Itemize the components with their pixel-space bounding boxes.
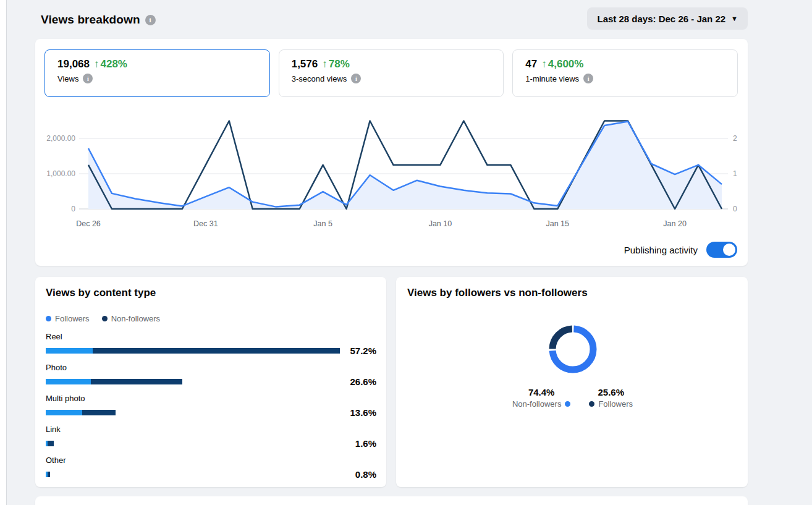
stat-card-views[interactable]: 19,068 ↑428% Views i xyxy=(44,49,270,97)
non-followers-dot-icon xyxy=(565,401,570,407)
followers-bar-segment xyxy=(46,379,91,384)
followers-dot-icon xyxy=(46,316,51,321)
legend-label: Non-followers xyxy=(111,314,160,323)
non-followers-dot-icon xyxy=(102,316,108,321)
date-range-label: Last 28 days: Dec 26 - Jan 22 xyxy=(597,14,725,24)
views-breakdown-card: 2,000.0021,000.00100Dec 26Dec 31Jan 5Jan… xyxy=(35,39,748,266)
arrow-up-icon: ↑ xyxy=(541,58,547,70)
info-icon[interactable]: i xyxy=(583,74,593,83)
legend-label: Followers xyxy=(55,314,90,323)
info-icon[interactable]: i xyxy=(145,15,156,25)
analytics-workspace: Views breakdown i Last 28 days: Dec 26 -… xyxy=(7,0,812,505)
followers-bar-segment xyxy=(46,348,93,354)
followers-donut-chart xyxy=(539,315,607,383)
x-axis-tick: Dec 31 xyxy=(193,219,218,228)
bar-row-reel: Reel57.2% xyxy=(46,332,376,356)
publishing-activity-label: Publishing activity xyxy=(624,245,698,255)
card-title: Views by content type xyxy=(46,287,376,299)
followers-stat: 25.6% Followers xyxy=(589,387,633,409)
stat-value: 19,068 xyxy=(57,58,90,70)
date-range-selector[interactable]: Last 28 days: Dec 26 - Jan 22 ▼ xyxy=(587,7,748,30)
bar-row-multi-photo: Multi photo13.6% xyxy=(46,394,376,418)
non-followers-bar-segment xyxy=(93,348,340,354)
y-axis-right-tick: 1 xyxy=(733,169,737,178)
stat-label: 1-minute views xyxy=(525,74,579,83)
info-icon[interactable]: i xyxy=(351,74,361,83)
followers-bar-segment xyxy=(46,410,82,415)
legend-item-followers: Followers xyxy=(46,314,90,323)
x-axis-tick: Jan 5 xyxy=(313,219,332,228)
stat-value: 47 xyxy=(525,58,537,70)
page-left-strip xyxy=(0,0,6,505)
views-by-followers-card: Views by followers vs non-followers 74.4… xyxy=(396,277,748,487)
content-type-bars: Reel57.2%Photo26.6%Multi photo13.6%Link1… xyxy=(46,332,376,480)
arrow-up-icon: ↑ xyxy=(94,58,99,70)
y-axis-right-tick: 0 xyxy=(733,205,737,213)
toggle-knob xyxy=(723,244,735,256)
stat-card-1-minute-views[interactable]: 47 ↑4,600% 1-minute views i xyxy=(512,49,738,97)
non-followers-pct: 74.4% xyxy=(528,387,555,397)
bar-row-photo: Photo26.6% xyxy=(46,363,376,387)
donut-labels: 74.4% Non-followers 25.6% Followers xyxy=(407,387,738,409)
card-title: Views by followers vs non-followers xyxy=(407,287,738,299)
page-title: Views breakdown xyxy=(41,13,140,27)
arrow-up-icon: ↑ xyxy=(322,58,328,70)
stat-delta: 428% xyxy=(101,58,127,70)
followers-label: Followers xyxy=(598,399,633,409)
y-axis-left-tick: 0 xyxy=(71,205,75,213)
y-axis-left-tick: 2,000.00 xyxy=(46,134,75,143)
stat-card-row: 19,068 ↑428% Views i 1,576 ↑78% 3-second… xyxy=(44,49,738,97)
chevron-down-icon: ▼ xyxy=(731,15,738,22)
page-header: Views breakdown i Last 28 days: Dec 26 -… xyxy=(41,7,748,32)
stat-value: 1,576 xyxy=(292,58,318,70)
bar-percentage: 0.8% xyxy=(338,469,376,480)
non-followers-bar-segment xyxy=(82,410,116,415)
bar-percentage: 57.2% xyxy=(340,346,376,356)
bar-percentage: 26.6% xyxy=(338,376,376,387)
x-axis-tick: Dec 26 xyxy=(76,219,101,228)
bar-percentage: 13.6% xyxy=(338,407,376,418)
bar-track xyxy=(46,472,338,477)
publishing-activity-row: Publishing activity xyxy=(624,242,737,258)
followers-dot-icon xyxy=(589,401,594,407)
bar-category-label: Reel xyxy=(46,332,376,341)
bar-track xyxy=(46,348,340,354)
non-followers-bar-segment xyxy=(48,441,54,446)
bar-track xyxy=(46,441,338,446)
x-axis-tick: Jan 15 xyxy=(546,219,569,228)
stat-delta: 4,600% xyxy=(548,58,584,70)
y-axis-right-tick: 2 xyxy=(733,134,737,143)
bar-track xyxy=(46,410,338,415)
non-followers-bar-segment xyxy=(91,379,182,384)
non-followers-bar-segment xyxy=(48,472,50,477)
followers-pct: 25.6% xyxy=(598,387,624,397)
x-axis-tick: Jan 10 xyxy=(429,219,452,228)
publishing-activity-toggle[interactable] xyxy=(706,242,737,258)
stat-label: Views xyxy=(57,74,78,83)
bar-category-label: Multi photo xyxy=(46,394,376,403)
y-axis-left-tick: 1,000.00 xyxy=(46,169,75,178)
next-section-card xyxy=(35,496,748,505)
x-axis-tick: Jan 20 xyxy=(663,219,687,228)
donut-chart-wrap xyxy=(407,315,738,383)
non-followers-stat: 74.4% Non-followers xyxy=(512,387,570,409)
non-followers-label: Non-followers xyxy=(512,399,561,409)
bar-track xyxy=(46,379,338,384)
info-icon[interactable]: i xyxy=(83,74,93,83)
bar-category-label: Link xyxy=(46,425,376,434)
bar-percentage: 1.6% xyxy=(338,438,376,449)
stat-card-3-second-views[interactable]: 1,576 ↑78% 3-second views i xyxy=(279,49,504,97)
bar-category-label: Photo xyxy=(46,363,376,372)
stat-label: 3-second views xyxy=(292,74,347,83)
bar-row-link: Link1.6% xyxy=(46,425,376,449)
bar-row-other: Other0.8% xyxy=(46,456,376,480)
bar-category-label: Other xyxy=(46,456,376,465)
legend: Followers Non-followers xyxy=(46,314,376,323)
views-by-content-type-card: Views by content type Followers Non-foll… xyxy=(35,277,386,487)
stat-delta: 78% xyxy=(329,58,350,70)
legend-item-non-followers: Non-followers xyxy=(102,314,160,323)
